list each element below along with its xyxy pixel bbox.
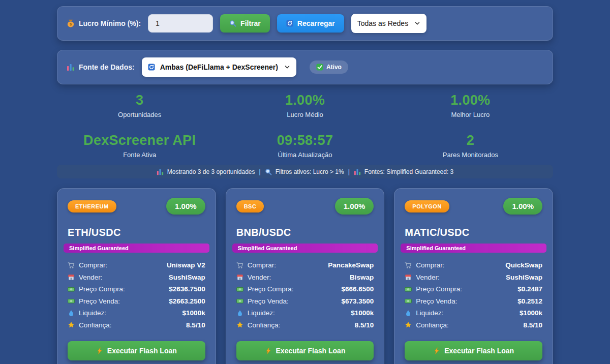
- stat-active-source: DexScreener API Fonte Ativa: [57, 133, 222, 159]
- droplet-icon: [68, 310, 75, 317]
- detail-value: PancakeSwap: [328, 261, 374, 269]
- active-status-badge: Ativo: [310, 60, 348, 74]
- execute-button-label: Executar Flash Loan: [276, 347, 346, 355]
- source-select[interactable]: Ambas (DeFiLlama + DexScreener): [142, 57, 296, 77]
- detail-label: Comprar:: [416, 261, 444, 269]
- liquidity-row: Liquidez: $1000k: [405, 307, 542, 319]
- bolt-icon: [265, 347, 272, 354]
- chart-icon: [354, 168, 361, 175]
- search-icon: [229, 20, 236, 27]
- confidence-row: Confiança: 8.5/10: [236, 319, 374, 331]
- chart-icon: [67, 63, 75, 71]
- liquidity-row: Liquidez: $1000k: [236, 307, 374, 319]
- opportunity-card-ethereum: ETHEREUM 1.00% ETH/USDC Simplified Guara…: [57, 188, 216, 364]
- buy-price-row: Preço Compra: $666.6500: [236, 283, 374, 295]
- detail-label: Liquidez:: [248, 309, 275, 317]
- detail-label: Preço Venda:: [248, 297, 289, 305]
- store-icon: [68, 274, 75, 281]
- min-profit-input[interactable]: [148, 14, 213, 33]
- detail-label: Preço Venda:: [416, 297, 457, 305]
- detail-value: SushiSwap: [506, 274, 542, 281]
- stat-label: Fonte Ativa: [57, 151, 222, 159]
- stat-value: 09:58:57: [222, 133, 387, 148]
- stat-value: DexScreener API: [57, 133, 222, 148]
- status-bar: Mostrando 3 de 3 oportunidades | Filtros…: [57, 165, 553, 178]
- min-profit-label: Lucro Mínimo (%):: [79, 19, 141, 27]
- sell-price-row: Preço Venda: $673.3500: [236, 295, 374, 308]
- detail-value: QuickSwap: [505, 261, 542, 269]
- dollar-bill-icon: [68, 286, 75, 293]
- detail-value: $2663.2500: [169, 297, 205, 305]
- dollar-bill-icon: [68, 297, 75, 305]
- detail-value: $673.3500: [342, 297, 374, 305]
- filter-panel: Lucro Mínimo (%): Filtrar Recarregar Tod…: [57, 6, 553, 41]
- execute-flash-loan-button[interactable]: Executar Flash Loan: [68, 341, 205, 360]
- detail-label: Confiança:: [79, 321, 112, 329]
- detail-value: $0.2487: [517, 285, 542, 293]
- store-icon: [236, 274, 243, 281]
- detail-label: Comprar:: [79, 261, 107, 269]
- detail-label: Preço Compra:: [248, 285, 294, 293]
- stat-average-profit: 1.00% Lucro Médio: [222, 93, 387, 118]
- stat-value: 2: [388, 133, 553, 148]
- status-showing: Mostrando 3 de 3 oportunidades: [167, 168, 255, 175]
- opportunity-card-bsc: BSC 1.00% BNB/USDC Simplified Guaranteed…: [226, 188, 385, 364]
- detail-rows: Comprar: PancakeSwap Vender: Biswap Preç…: [236, 259, 374, 331]
- detail-value: $1000k: [520, 309, 542, 317]
- network-badge: BSC: [236, 200, 264, 213]
- opportunity-cards: ETHEREUM 1.00% ETH/USDC Simplified Guara…: [57, 188, 553, 364]
- pair-title: ETH/USDC: [68, 227, 205, 238]
- filter-button[interactable]: Filtrar: [220, 14, 270, 33]
- cart-icon: [236, 262, 243, 269]
- detail-value: 8.5/10: [186, 321, 205, 329]
- card-header: POLYGON 1.00%: [405, 198, 542, 215]
- detail-label: Vender:: [79, 274, 103, 281]
- network-select[interactable]: Todas as Redes: [351, 14, 426, 33]
- execute-flash-loan-button[interactable]: Executar Flash Loan: [405, 341, 542, 360]
- chart-icon: [157, 168, 164, 175]
- buy-price-row: Preço Compra: $0.2487: [405, 283, 542, 295]
- stat-label: Melhor Lucro: [388, 111, 553, 118]
- network-badge: ETHEREUM: [68, 200, 116, 213]
- dollar-bill-icon: [236, 286, 243, 293]
- source-label-wrap: Fonte de Dados:: [67, 63, 135, 71]
- execute-button-label: Executar Flash Loan: [444, 347, 514, 355]
- execute-flash-loan-button[interactable]: Executar Flash Loan: [236, 341, 374, 360]
- stat-best-profit: 1.00% Melhor Lucro: [388, 93, 553, 118]
- detail-value: $2636.7500: [169, 285, 205, 293]
- detail-label: Vender:: [416, 274, 440, 281]
- pair-title: BNB/USDC: [236, 227, 374, 238]
- card-header: ETHEREUM 1.00%: [68, 198, 205, 215]
- detail-label: Preço Venda:: [79, 297, 120, 305]
- sell-row: Vender: SushiSwap: [405, 271, 542, 284]
- detail-label: Confiança:: [416, 321, 449, 329]
- reload-button-label: Recarregar: [297, 19, 335, 27]
- detail-label: Confiança:: [248, 321, 281, 329]
- cart-icon: [68, 262, 75, 269]
- opportunity-card-polygon: POLYGON 1.00% MATIC/USDC Simplified Guar…: [394, 188, 553, 364]
- money-bag-icon: [67, 19, 75, 27]
- detail-value: $1000k: [182, 309, 205, 317]
- reload-button[interactable]: Recarregar: [277, 14, 344, 33]
- stat-label: Oportunidades: [57, 111, 222, 118]
- stats-grid: 3 Oportunidades 1.00% Lucro Médio 1.00% …: [57, 93, 553, 159]
- stat-last-update: 09:58:57 Última Atualização: [222, 133, 387, 159]
- detail-label: Preço Compra:: [79, 285, 125, 293]
- bolt-icon: [433, 347, 440, 354]
- stat-opportunities: 3 Oportunidades: [57, 93, 222, 118]
- dollar-bill-icon: [405, 297, 412, 305]
- profit-badge: 1.00%: [166, 198, 205, 215]
- status-filters: Filtros ativos: Lucro > 1%: [276, 168, 344, 175]
- stat-value: 3: [57, 93, 222, 108]
- detail-value: $666.6500: [342, 285, 374, 293]
- buy-price-row: Preço Compra: $2636.7500: [68, 283, 205, 295]
- detail-label: Preço Compra:: [416, 285, 462, 293]
- store-icon: [405, 274, 412, 281]
- strategy-strip: Simplified Guaranteed: [64, 244, 209, 253]
- sell-price-row: Preço Venda: $2663.2500: [68, 295, 205, 308]
- buy-row: Comprar: Uniswap V2: [68, 259, 205, 271]
- execute-button-label: Executar Flash Loan: [107, 347, 177, 355]
- sell-price-row: Preço Venda: $0.2512: [405, 295, 542, 308]
- liquidity-row: Liquidez: $1000k: [68, 307, 205, 319]
- dashboard: Lucro Mínimo (%): Filtrar Recarregar Tod…: [57, 0, 553, 364]
